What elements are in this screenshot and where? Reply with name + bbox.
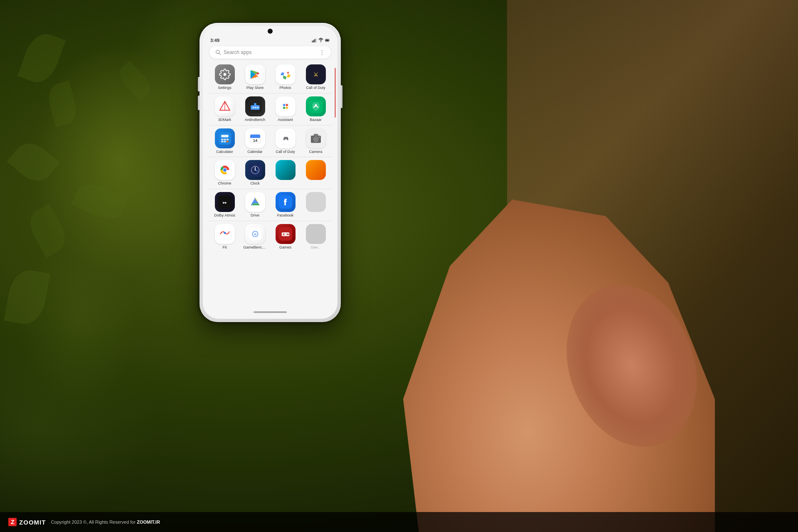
bottom-bar: Z ZOOMIT Copyright 2023 ©, All Rights Re…	[0, 512, 798, 532]
volume-down-button[interactable]	[198, 96, 200, 110]
app-chrome[interactable]: Chrome	[209, 158, 240, 187]
apps-grid-row5: ▶▶ Dolby Atmos	[208, 190, 332, 219]
bazaar-icon	[306, 96, 326, 116]
volume-up-button[interactable]	[198, 77, 200, 91]
settings-gear-svg	[219, 69, 231, 80]
svg-text:⚔: ⚔	[313, 71, 318, 78]
app-dolby[interactable]: ▶▶ Dolby Atmos	[209, 190, 240, 219]
app-games[interactable]: Games	[270, 222, 300, 251]
app-hidden3[interactable]	[300, 190, 331, 219]
app-playstore[interactable]: Play Store	[240, 63, 270, 92]
svg-rect-6	[326, 39, 329, 41]
hidden3-icon	[306, 192, 326, 212]
camera-svg	[309, 132, 323, 145]
status-icons	[312, 38, 330, 43]
callofduty2-svg: 🎮	[279, 132, 292, 145]
app-calculator[interactable]: Calculator	[209, 127, 240, 156]
svg-rect-52	[318, 137, 320, 138]
copyright-text: Copyright 2023 ©, All Rights Reserved fo…	[51, 520, 160, 525]
app-facebook[interactable]: Facebook	[270, 190, 300, 219]
svg-text:14: 14	[253, 138, 257, 143]
svg-line-9	[219, 53, 221, 55]
svg-rect-34	[221, 138, 223, 140]
apps-grid-row2: 3DMark	[208, 95, 332, 124]
app-drawer: Search apps ⋮ Settings	[203, 46, 337, 251]
app-camera[interactable]: Camera	[300, 127, 331, 156]
scrollbar[interactable]	[335, 68, 336, 118]
camera-label: Camera	[309, 150, 322, 154]
app-photos[interactable]: Photos	[270, 63, 300, 92]
photos-label: Photos	[279, 86, 291, 90]
drive-svg	[249, 195, 262, 209]
app-callofduty[interactable]: ⚔ Call of Duty	[300, 63, 331, 92]
fit-icon	[215, 224, 235, 244]
callofduty2-label: Call of Duty	[276, 150, 295, 154]
chrome-svg	[218, 163, 232, 177]
svg-rect-38	[224, 140, 226, 142]
app-callofduty2[interactable]: 🎮 Call of Duty	[270, 127, 300, 156]
app-bazaar[interactable]: Bazaar	[300, 95, 331, 124]
gee-icon	[306, 224, 326, 244]
app-gamebench[interactable]: G GameBench...	[240, 222, 270, 251]
apps-grid-row3: Calculator 14 Calendar	[208, 127, 332, 156]
phone-screen: 3:49 Search apps ⋮	[203, 26, 337, 319]
settings-icon	[215, 64, 235, 84]
svg-point-80	[286, 234, 288, 235]
svg-rect-19	[252, 107, 254, 108]
svg-point-11	[283, 73, 287, 76]
home-bar[interactable]	[254, 311, 287, 313]
svg-point-10	[223, 73, 226, 76]
svg-rect-79	[283, 234, 283, 235]
app-hidden1[interactable]	[270, 158, 300, 187]
search-placeholder: Search apps	[224, 49, 317, 55]
app-androbench[interactable]: AndroBench	[240, 95, 270, 124]
calendar-svg: 14	[249, 132, 262, 145]
svg-point-61	[254, 170, 256, 171]
androbench-icon	[245, 96, 265, 116]
svg-point-27	[286, 104, 288, 106]
search-bar[interactable]: Search apps ⋮	[209, 46, 331, 59]
hidden1-icon	[276, 160, 296, 180]
3dmark-icon	[215, 96, 235, 116]
playstore-label: Play Store	[246, 86, 264, 90]
gamebench-icon: G	[245, 224, 265, 244]
games-label: Games	[279, 245, 291, 250]
callofduty-svg: ⚔	[309, 68, 323, 81]
photos-svg	[279, 68, 292, 81]
svg-point-50	[314, 138, 317, 140]
3dmark-label: 3DMark	[218, 118, 232, 122]
svg-rect-1	[313, 40, 314, 42]
more-options-icon[interactable]: ⋮	[319, 49, 325, 56]
app-hidden2[interactable]	[300, 158, 331, 187]
svg-rect-20	[254, 107, 256, 108]
app-fit[interactable]: Fit	[209, 222, 240, 251]
app-calendar[interactable]: 14 Calendar	[240, 127, 270, 156]
app-3dmark[interactable]: 3DMark	[209, 95, 240, 124]
svg-point-29	[283, 106, 285, 108]
app-assistant[interactable]: Assistant	[270, 95, 300, 124]
app-clock[interactable]: Clock	[240, 158, 270, 187]
row-divider-5	[208, 221, 332, 221]
svg-point-28	[286, 106, 288, 108]
fit-label: Fit	[223, 245, 227, 250]
callofduty2-icon: 🎮	[276, 128, 296, 148]
app-drive[interactable]: Drive	[240, 190, 270, 219]
callofduty-icon: ⚔	[306, 64, 326, 84]
power-button[interactable]	[341, 85, 342, 108]
zoomit-name: ZOOMIT	[19, 519, 46, 526]
calendar-label: Calendar	[247, 150, 263, 154]
gamebench-svg: G	[249, 227, 262, 241]
phone-body: 3:49 Search apps ⋮	[200, 23, 341, 322]
games-svg	[279, 227, 292, 241]
clock-label: Clock	[250, 181, 260, 186]
app-gee[interactable]: Gee...	[300, 222, 331, 251]
assistant-icon	[276, 96, 296, 116]
svg-rect-3	[316, 38, 317, 42]
app-settings[interactable]: Settings	[209, 63, 240, 92]
phone-wrapper: 3:49 Search apps ⋮	[200, 23, 341, 322]
settings-label: Settings	[218, 86, 232, 90]
gamebench-label: GameBench...	[244, 245, 267, 250]
svg-point-8	[216, 50, 219, 54]
dolby-svg: ▶▶	[218, 195, 232, 209]
row-divider-3	[208, 157, 332, 157]
